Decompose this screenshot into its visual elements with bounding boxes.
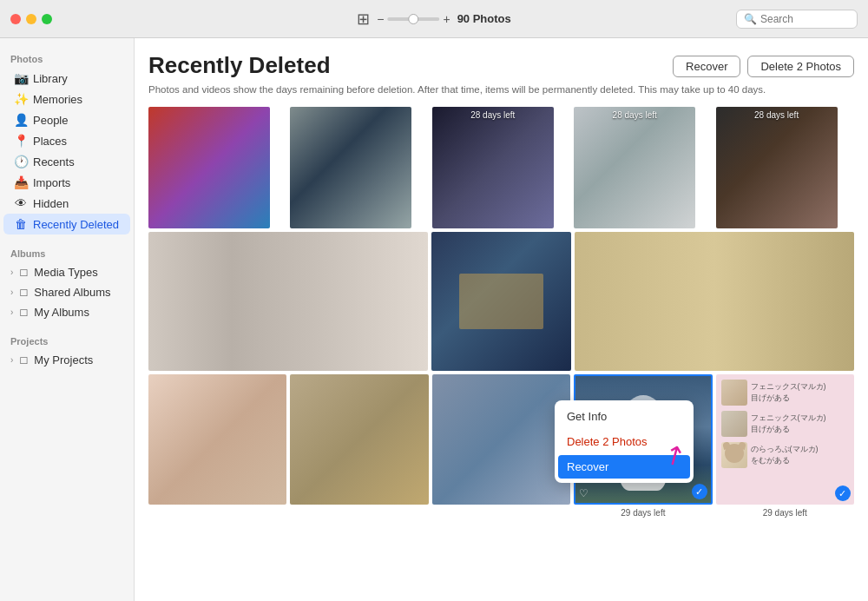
search-input[interactable] xyxy=(760,13,850,25)
sidebar-item-recently-deleted[interactable]: 🗑 Recently Deleted xyxy=(3,214,130,234)
places-icon: 📍 xyxy=(14,134,28,148)
sidebar: Photos 📷 Library ✨ Memories 👤 People 📍 P… xyxy=(0,38,135,601)
photo-cell-wide-3[interactable] xyxy=(575,232,854,371)
sidebar-item-imports-label: Imports xyxy=(33,176,70,189)
sidebar-group-my-albums[interactable]: › □ My Albums xyxy=(3,302,130,322)
header-buttons: Recover Delete 2 Photos xyxy=(673,56,854,77)
days-label-4: 28 days left xyxy=(613,110,657,120)
sidebar-item-hidden-label: Hidden xyxy=(33,197,69,210)
chevron-shared-icon: › xyxy=(10,287,13,297)
bottom-section: ♡ ✓ フェニックス(マルカ)目げがある フェニックス(マルカ)目げがある xyxy=(148,374,854,518)
photo-cell-b5[interactable]: フェニックス(マルカ)目げがある フェニックス(マルカ)目げがある xyxy=(716,374,854,505)
sidebar-item-library-label: Library xyxy=(33,72,68,85)
photos-section-label: Photos xyxy=(0,47,134,68)
media-types-icon: □ xyxy=(16,266,30,279)
days-label-astro: 29 days left xyxy=(574,508,712,518)
photo-cell-wide-2[interactable] xyxy=(431,232,571,371)
recently-deleted-icon: 🗑 xyxy=(14,217,28,231)
chevron-my-albums-icon: › xyxy=(10,307,13,317)
photo-cell-1[interactable] xyxy=(148,107,270,228)
chevron-media-types-icon: › xyxy=(10,267,13,277)
slider-track[interactable] xyxy=(387,17,439,21)
search-icon: 🔍 xyxy=(744,13,757,25)
window-controls xyxy=(10,14,52,24)
people-icon: 👤 xyxy=(14,113,28,127)
recents-icon: 🕐 xyxy=(14,155,28,168)
sidebar-item-places-label: Places xyxy=(33,135,67,148)
sidebar-item-recently-deleted-label: Recently Deleted xyxy=(33,218,119,231)
photo-cell-5[interactable]: 28 days left xyxy=(716,107,838,228)
photo-cell-wide-1[interactable] xyxy=(148,232,428,371)
sidebar-group-media-types-label: Media Types xyxy=(34,266,97,279)
zoom-minus-icon[interactable]: − xyxy=(377,12,384,26)
sidebar-item-memories[interactable]: ✨ Memories xyxy=(3,89,130,109)
window-title: 90 Photos xyxy=(457,12,511,25)
sidebar-group-my-projects[interactable]: › □ My Projects xyxy=(3,350,130,370)
sidebar-item-people-label: People xyxy=(33,114,68,127)
photo-cell-2[interactable] xyxy=(290,107,411,228)
subtitle-text: Photos and videos show the days remainin… xyxy=(148,83,854,96)
sidebar-item-memories-label: Memories xyxy=(33,93,82,106)
photo-cell-b1[interactable] xyxy=(148,374,286,505)
my-projects-icon: □ xyxy=(16,353,30,367)
recover-button[interactable]: Recover xyxy=(673,56,740,77)
sidebar-item-recents-label: Recents xyxy=(33,155,75,168)
sidebar-item-imports[interactable]: 📥 Imports xyxy=(3,172,130,193)
days-label-3: 28 days left xyxy=(470,110,515,120)
photo-cell-b2[interactable] xyxy=(290,374,428,505)
sidebar-item-people[interactable]: 👤 People xyxy=(3,109,130,130)
my-albums-icon: □ xyxy=(16,306,30,319)
app-body: Photos 📷 Library ✨ Memories 👤 People 📍 P… xyxy=(0,38,868,601)
photo-cell-b3[interactable] xyxy=(432,374,570,505)
chevron-projects-icon: › xyxy=(10,355,13,365)
zoom-slider[interactable]: − + xyxy=(377,12,450,26)
library-icon: 📷 xyxy=(14,71,28,85)
view-icon: ⊞ xyxy=(357,10,370,29)
photo-grid-bottom: ♡ ✓ フェニックス(マルカ)目げがある フェニックス(マルカ)目げがある xyxy=(148,374,854,505)
check-circle-astro: ✓ xyxy=(692,484,707,499)
sidebar-group-media-types[interactable]: › □ Media Types xyxy=(3,262,130,282)
shared-albums-icon: □ xyxy=(16,286,30,299)
sidebar-group-my-projects-label: My Projects xyxy=(34,353,93,367)
memories-icon: ✨ xyxy=(14,92,28,106)
sidebar-group-shared-albums-label: Shared Albums xyxy=(34,286,110,299)
photo-cell-4[interactable]: 28 days left xyxy=(574,107,695,228)
page-title: Recently Deleted xyxy=(148,52,331,79)
imports-icon: 📥 xyxy=(14,175,28,189)
sidebar-item-recents[interactable]: 🕐 Recents xyxy=(3,151,130,172)
sidebar-item-places[interactable]: 📍 Places xyxy=(3,130,130,151)
toolbar-center: ⊞ − + 90 Photos xyxy=(357,10,511,29)
albums-section-label: Albums xyxy=(0,241,134,262)
sidebar-item-hidden[interactable]: 👁 Hidden xyxy=(3,193,130,214)
context-menu-get-info[interactable]: Get Info xyxy=(555,404,694,429)
days-label-b5: 29 days left xyxy=(716,508,854,518)
photo-cell-3[interactable]: 28 days left xyxy=(432,107,554,228)
hidden-icon: 👁 xyxy=(14,196,28,210)
delete-photos-button[interactable]: Delete 2 Photos xyxy=(747,56,854,77)
zoom-plus-icon[interactable]: + xyxy=(443,12,450,26)
page-header: Recently Deleted Recover Delete 2 Photos xyxy=(148,52,854,79)
days-label-5: 28 days left xyxy=(754,110,799,120)
sidebar-group-shared-albums[interactable]: › □ Shared Albums xyxy=(3,282,130,302)
projects-section-label: Projects xyxy=(0,329,134,350)
content-area: Recently Deleted Recover Delete 2 Photos… xyxy=(135,38,868,601)
check-circle-b5: ✓ xyxy=(835,485,851,501)
maximize-button[interactable] xyxy=(42,14,52,24)
days-labels-bottom: 29 days left 29 days left xyxy=(148,506,854,518)
close-button[interactable] xyxy=(10,14,21,24)
slider-thumb[interactable] xyxy=(408,14,418,24)
heart-icon: ♡ xyxy=(579,487,589,499)
photo-grid-row1: 28 days left 28 days left 28 days left xyxy=(148,107,854,228)
minimize-button[interactable] xyxy=(26,14,36,24)
search-bar[interactable]: 🔍 xyxy=(736,10,858,29)
sidebar-group-my-albums-label: My Albums xyxy=(34,306,89,319)
title-bar: ⊞ − + 90 Photos 🔍 xyxy=(0,0,868,38)
sidebar-item-library[interactable]: 📷 Library xyxy=(3,68,130,89)
